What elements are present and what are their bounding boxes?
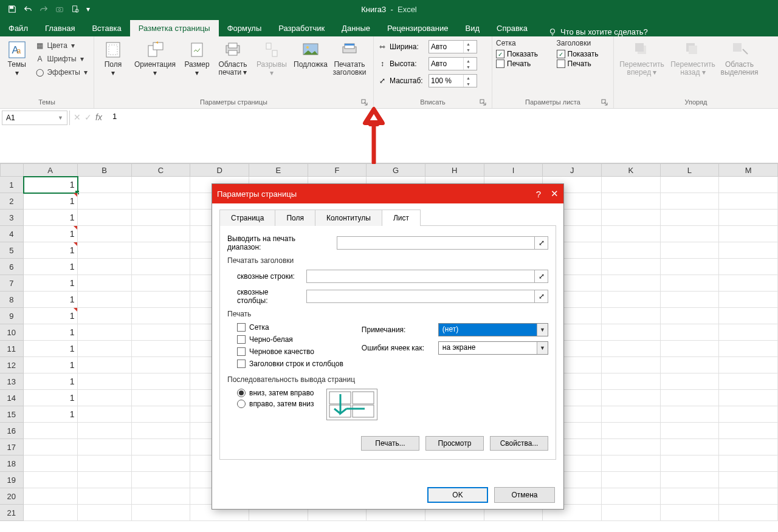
qat-customize-icon[interactable]: ▾ — [84, 2, 92, 16]
tab-Рецензирование[interactable]: Рецензирование — [379, 20, 456, 36]
tab-Файл[interactable]: Файл — [0, 20, 36, 36]
redo-icon[interactable] — [36, 2, 51, 16]
dialog-ok-button[interactable]: OK — [427, 487, 488, 503]
cell[interactable] — [719, 423, 778, 439]
cell[interactable] — [661, 275, 720, 292]
themes-button[interactable]: Aa Темы▾ — [4, 39, 30, 78]
cell[interactable] — [719, 226, 778, 242]
row-header[interactable]: 18 — [0, 455, 24, 472]
scale-spinner[interactable]: ▲▼ — [429, 74, 477, 87]
sheet-launcher-icon[interactable] — [601, 99, 608, 106]
column-header[interactable]: A — [24, 163, 78, 177]
range-picker-icon[interactable]: ⤢ — [535, 270, 548, 283]
cell[interactable] — [78, 275, 132, 292]
range-picker-icon[interactable]: ⤢ — [535, 290, 548, 303]
rows-repeat-input[interactable] — [306, 270, 535, 283]
cell[interactable] — [661, 177, 720, 193]
column-header[interactable]: F — [308, 163, 367, 177]
row-header[interactable]: 17 — [0, 439, 24, 455]
enter-formula-icon[interactable]: ✓ — [84, 112, 92, 122]
row-header[interactable]: 2 — [0, 193, 24, 210]
cell[interactable]: 1 — [24, 275, 78, 292]
cell[interactable] — [661, 292, 720, 308]
cell[interactable] — [661, 324, 720, 341]
cell[interactable] — [132, 357, 191, 373]
column-header[interactable]: L — [661, 163, 720, 177]
dialog-tab-Колонтитулы[interactable]: Колонтитулы — [315, 210, 382, 226]
gridlines-checkbox[interactable]: Сетка — [237, 323, 343, 332]
undo-icon[interactable] — [21, 2, 35, 16]
errors-select[interactable]: на экране▼ — [438, 341, 548, 355]
row-header[interactable]: 15 — [0, 406, 24, 423]
tab-Данные[interactable]: Данные — [333, 20, 379, 36]
cell[interactable] — [132, 406, 191, 423]
cell[interactable] — [719, 341, 778, 357]
gridlines-print-checkbox[interactable]: Печать — [496, 60, 549, 68]
cell[interactable] — [602, 292, 661, 308]
cell[interactable] — [602, 357, 661, 373]
cell[interactable] — [78, 439, 132, 455]
background-button[interactable]: Подложка — [292, 39, 329, 70]
tab-Главная[interactable]: Главная — [36, 20, 83, 36]
page-setup-launcher-icon[interactable] — [361, 99, 368, 106]
cell[interactable] — [132, 341, 191, 357]
cell[interactable]: 1 — [24, 259, 78, 275]
height-spinner[interactable]: ▲▼ — [429, 57, 477, 70]
row-header[interactable]: 19 — [0, 472, 24, 488]
cell[interactable] — [719, 259, 778, 275]
order-over-radio[interactable]: вправо, затем вниз — [237, 400, 314, 408]
cell[interactable] — [132, 308, 191, 324]
headings-print-checkbox[interactable]: Печать — [557, 60, 610, 68]
cell[interactable]: 1 — [24, 292, 78, 308]
cell[interactable] — [719, 242, 778, 259]
effects-button[interactable]: ◯Эффекты▾ — [32, 66, 90, 79]
cell[interactable] — [78, 242, 132, 259]
cell[interactable] — [132, 472, 191, 488]
tab-Вставка[interactable]: Вставка — [83, 20, 129, 36]
print-preview-icon[interactable] — [68, 2, 83, 16]
cell[interactable] — [661, 210, 720, 226]
cell[interactable] — [602, 275, 661, 292]
cell[interactable]: 1 — [24, 210, 78, 226]
column-header[interactable]: E — [249, 163, 308, 177]
cell[interactable] — [602, 341, 661, 357]
cell[interactable] — [132, 259, 191, 275]
row-header[interactable]: 5 — [0, 242, 24, 259]
dialog-tab-Страница[interactable]: Страница — [219, 210, 275, 226]
fx-icon[interactable]: fx — [95, 112, 102, 122]
cell[interactable] — [78, 193, 132, 210]
column-header[interactable]: H — [425, 163, 484, 177]
range-picker-icon[interactable]: ⤢ — [535, 236, 548, 250]
cell[interactable] — [719, 324, 778, 341]
cell[interactable] — [602, 505, 661, 521]
cell[interactable] — [602, 226, 661, 242]
cell[interactable] — [132, 177, 191, 193]
row-header[interactable]: 13 — [0, 373, 24, 390]
cell[interactable] — [661, 242, 720, 259]
column-header[interactable]: I — [484, 163, 543, 177]
breaks-button[interactable]: Разрывы▾ — [253, 39, 290, 78]
cell[interactable]: 1 — [24, 242, 78, 259]
save-icon[interactable] — [5, 2, 19, 16]
colors-button[interactable]: ▦Цвета▾ — [32, 39, 90, 52]
tab-Разметка страницы[interactable]: Разметка страницы — [130, 20, 219, 36]
cell[interactable] — [661, 357, 720, 373]
cell[interactable] — [719, 406, 778, 423]
cell[interactable] — [661, 406, 720, 423]
margins-button[interactable]: Поля▾ — [98, 39, 128, 78]
cell[interactable] — [132, 242, 191, 259]
cell[interactable] — [132, 373, 191, 390]
cell[interactable] — [661, 455, 720, 472]
row-header[interactable]: 3 — [0, 210, 24, 226]
row-header[interactable]: 21 — [0, 505, 24, 521]
tab-Справка[interactable]: Справка — [488, 20, 536, 36]
row-header[interactable]: 4 — [0, 226, 24, 242]
cell[interactable] — [719, 390, 778, 406]
cell[interactable] — [78, 357, 132, 373]
dialog-tab-Лист[interactable]: Лист — [382, 210, 421, 226]
cell[interactable] — [132, 488, 191, 505]
row-header[interactable]: 11 — [0, 341, 24, 357]
cell[interactable]: 1 — [24, 324, 78, 341]
cols-repeat-input[interactable] — [306, 290, 535, 303]
cell[interactable] — [132, 423, 191, 439]
